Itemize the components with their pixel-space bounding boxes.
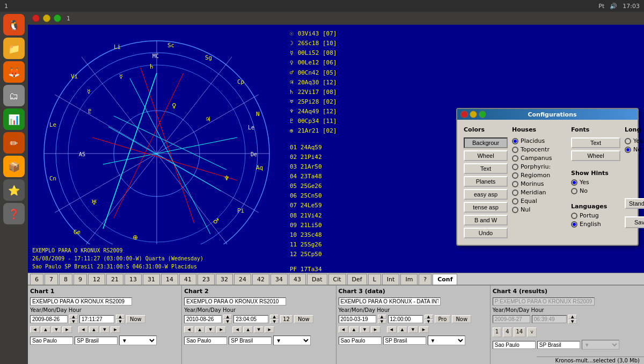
chart2-date-up[interactable]: ▲ — [223, 315, 232, 319]
tab-l[interactable]: L — [368, 274, 381, 285]
chart3-adj7[interactable]: ▼ — [408, 326, 418, 333]
chart4-region-input[interactable] — [537, 341, 580, 349]
tab-34[interactable]: 34 — [270, 274, 288, 285]
chart1-adj4[interactable]: ▶ — [62, 326, 72, 333]
config-btn-wheel[interactable]: Wheel — [464, 150, 508, 161]
chart4-v-btn[interactable]: V — [527, 327, 537, 337]
config-btn-text-font[interactable]: Text — [571, 137, 620, 148]
window-minimize-btn[interactable] — [43, 14, 50, 22]
chart1-date-up[interactable]: ▲ — [69, 315, 78, 319]
chart3-adj6[interactable]: ▲ — [398, 326, 407, 333]
tab-32[interactable]: 32 — [216, 274, 233, 285]
tab-21[interactable]: 21 — [106, 274, 123, 285]
config-house-topocentr[interactable]: Topocentr — [512, 146, 567, 153]
config-house-morinus[interactable]: Morinus — [512, 180, 567, 187]
chart1-region-input[interactable] — [75, 337, 118, 345]
chart2-adj7[interactable]: ▼ — [254, 326, 264, 333]
chart4-time-down[interactable]: ▼ — [568, 319, 577, 324]
chart3-adj5[interactable]: ◀ — [387, 326, 397, 333]
chart4-location-select[interactable]: ▼ — [582, 340, 619, 350]
chart1-adj8[interactable]: ▶ — [111, 326, 120, 333]
chart2-name-input[interactable] — [184, 297, 286, 305]
config-btn-bw[interactable]: B and W — [464, 215, 508, 225]
window-close-btn[interactable] — [32, 14, 40, 22]
config-long-yes[interactable]: Yes — [625, 137, 644, 144]
chart3-date-down[interactable]: ▼ — [378, 319, 386, 324]
chart2-adj4[interactable]: ▶ — [216, 326, 226, 333]
sidebar-icon-files[interactable]: 📁 — [3, 38, 25, 59]
tab-im[interactable]: Im — [400, 274, 418, 285]
chart4-time-up[interactable]: ▲ — [568, 315, 577, 319]
chart4-num-1[interactable]: 1 — [493, 327, 501, 337]
sidebar-icon-draw[interactable]: ✏️ — [3, 132, 25, 154]
sidebar-icon-amazon[interactable]: 📦 — [3, 156, 25, 177]
chart1-time-up[interactable]: ▲ — [116, 315, 125, 319]
chart2-now-btn[interactable]: Now — [294, 315, 313, 323]
chart1-adj5[interactable]: ◀ — [78, 326, 88, 333]
config-lang-english[interactable]: English — [571, 221, 620, 228]
tab-12[interactable]: 12 — [88, 274, 105, 285]
tab-cit[interactable]: Cit — [328, 274, 346, 285]
config-save-btn[interactable]: Save — [625, 216, 644, 228]
config-house-meridian[interactable]: Meridian — [512, 189, 567, 196]
chart1-adj2[interactable]: ▲ — [41, 326, 50, 333]
config-btn-easy-asp[interactable]: easy asp — [464, 189, 508, 200]
chart3-name-input[interactable] — [339, 297, 441, 305]
chart2-location-input[interactable] — [184, 337, 227, 345]
sidebar-icon-ubuntu[interactable]: 🐧 — [3, 14, 25, 35]
tab-dat[interactable]: Dat — [307, 274, 327, 285]
chart3-time-down[interactable]: ▼ — [425, 319, 433, 324]
chart2-time-input[interactable] — [233, 315, 268, 323]
config-btn-planets[interactable]: Planets — [464, 176, 508, 187]
chart2-adj5[interactable]: ◀ — [232, 326, 242, 333]
chart2-adj8[interactable]: ▶ — [265, 326, 274, 333]
chart4-num-4[interactable]: 4 — [503, 327, 511, 337]
chart3-date-up[interactable]: ▲ — [378, 315, 386, 319]
chart1-adj6[interactable]: ▲ — [89, 326, 99, 333]
chart3-adj2[interactable]: ▲ — [349, 326, 359, 333]
tab-14[interactable]: 14 — [161, 274, 178, 285]
config-house-equal[interactable]: Equal — [512, 198, 567, 205]
tab-31[interactable]: 31 — [143, 274, 160, 285]
tab-8[interactable]: 8 — [59, 274, 72, 285]
chart3-adj8[interactable]: ▶ — [419, 326, 429, 333]
tab-6[interactable]: 6 — [30, 274, 43, 285]
chart1-adj3[interactable]: ▼ — [52, 326, 61, 333]
chart2-num-12[interactable]: 12 — [280, 315, 292, 323]
config-minimize-btn[interactable] — [470, 111, 477, 118]
chart2-date-input[interactable] — [184, 315, 222, 323]
chart1-name-input[interactable] — [30, 297, 132, 305]
chart4-date-input[interactable] — [493, 315, 530, 323]
config-btn-wheel-font[interactable]: Wheel — [571, 150, 620, 161]
chart2-adj3[interactable]: ▼ — [206, 326, 215, 333]
sidebar-icon-firefox[interactable]: 🦊 — [3, 61, 25, 83]
chart3-time-input[interactable] — [388, 315, 423, 323]
tab-43[interactable]: 43 — [289, 274, 306, 285]
config-standard-btn[interactable]: Standar — [625, 198, 644, 209]
tab-question[interactable]: ? — [419, 274, 431, 285]
chart1-location-select[interactable]: ▼ — [119, 336, 157, 345]
config-long-no[interactable]: No — [625, 146, 644, 153]
chart2-region-input[interactable] — [229, 337, 272, 345]
chart1-date-down[interactable]: ▼ — [69, 319, 78, 324]
tab-int[interactable]: Int — [382, 274, 400, 285]
config-btn-undo[interactable]: Undo — [464, 228, 508, 238]
chart3-now-btn[interactable]: Now — [452, 315, 471, 323]
tab-13[interactable]: 13 — [125, 274, 142, 285]
config-close-btn[interactable] — [460, 111, 468, 118]
chart3-location-select[interactable]: ▼ — [428, 336, 465, 345]
tab-24[interactable]: 24 — [234, 274, 251, 285]
config-house-placidus[interactable]: Placidus — [512, 137, 567, 144]
tab-conf[interactable]: Conf — [433, 274, 457, 285]
chart1-now-btn[interactable]: Now — [126, 315, 145, 323]
tab-def[interactable]: Def — [347, 274, 367, 285]
chart2-adj1[interactable]: ◀ — [184, 326, 194, 333]
sidebar-icon-question[interactable]: ❓ — [3, 203, 25, 224]
config-house-porphyriu[interactable]: Porphyriu: — [512, 163, 567, 170]
sidebar-icon-calc[interactable]: 📊 — [3, 108, 25, 130]
tab-23[interactable]: 23 — [197, 274, 215, 285]
chart3-date-input[interactable] — [339, 315, 376, 323]
chart2-date-down[interactable]: ▼ — [223, 319, 232, 324]
tab-42[interactable]: 42 — [252, 274, 269, 285]
chart3-region-input[interactable] — [383, 337, 426, 345]
